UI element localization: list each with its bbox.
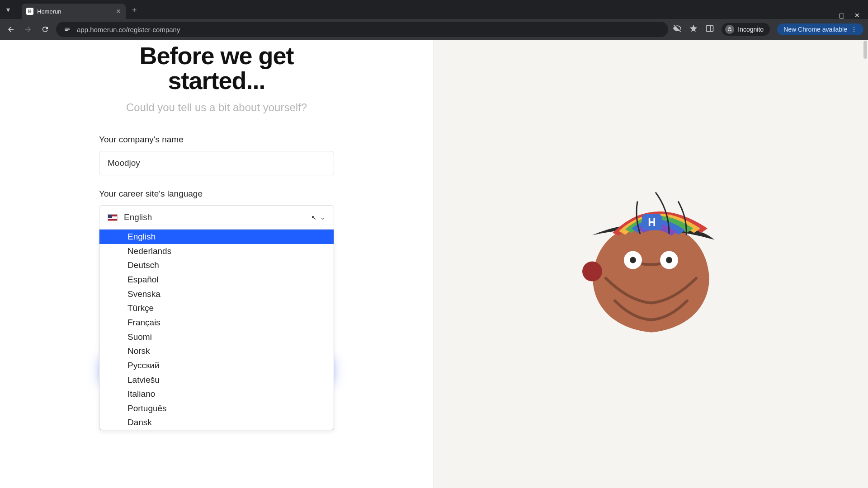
- language-option[interactable]: Suomi: [99, 330, 334, 344]
- tab-title: Homerun: [37, 8, 61, 15]
- back-button[interactable]: [5, 23, 17, 36]
- svg-point-6: [582, 262, 602, 282]
- reload-button[interactable]: [39, 23, 52, 36]
- tab-search-button[interactable]: ▾: [4, 0, 22, 19]
- language-option[interactable]: Türkçe: [99, 301, 334, 315]
- language-option[interactable]: English: [99, 230, 334, 244]
- company-name-input[interactable]: [99, 151, 334, 175]
- language-option[interactable]: Deutsch: [99, 258, 334, 272]
- new-tab-button[interactable]: ＋: [126, 4, 143, 15]
- close-window-icon[interactable]: ✕: [854, 12, 860, 19]
- panel-icon[interactable]: [705, 24, 714, 35]
- incognito-indicator[interactable]: Incognito: [722, 23, 770, 36]
- company-name-label: Your company's name: [99, 135, 334, 145]
- incognito-label: Incognito: [738, 26, 764, 33]
- page-heading: Before we get started...: [99, 43, 334, 93]
- url-text: app.homerun.co/register-company: [77, 26, 180, 33]
- chevron-down-icon: ⌄: [320, 214, 326, 221]
- update-label: New Chrome available: [783, 26, 847, 33]
- window-controls: ― ▢ ✕: [822, 12, 864, 19]
- kebab-menu-icon: ⋮: [851, 26, 857, 33]
- svg-point-3: [630, 257, 636, 263]
- language-option[interactable]: Latviešu: [99, 373, 334, 387]
- svg-point-5: [666, 257, 672, 263]
- tab-favicon-icon: H: [26, 8, 33, 15]
- language-option[interactable]: Dansk: [99, 415, 334, 430]
- arrow-left-icon: [7, 25, 15, 33]
- illustration-pane: H: [434, 40, 868, 488]
- language-option[interactable]: Español: [99, 272, 334, 287]
- language-select[interactable]: English ↖ ⌄: [99, 205, 334, 230]
- maximize-icon[interactable]: ▢: [839, 12, 844, 19]
- page-viewport: Before we get started... Could you tell …: [0, 40, 868, 488]
- cursor-icon: ↖: [311, 214, 316, 221]
- forward-button[interactable]: [22, 23, 34, 36]
- minimize-icon[interactable]: ―: [822, 12, 829, 19]
- language-option[interactable]: Nederlands: [99, 244, 334, 258]
- svg-rect-0: [707, 25, 713, 31]
- flag-us-icon: [108, 214, 118, 221]
- star-icon[interactable]: [689, 24, 698, 35]
- chevron-down-icon: ▾: [4, 5, 10, 14]
- hat-letter: H: [648, 216, 656, 228]
- page-subheading: Could you tell us a bit about yourself?: [99, 101, 334, 114]
- browser-tab-active[interactable]: H Homerun ✕: [22, 4, 126, 19]
- incognito-icon: [725, 25, 734, 34]
- arrow-right-icon: [24, 25, 32, 33]
- update-chrome-button[interactable]: New Chrome available ⋮: [777, 23, 863, 35]
- mascot-illustration: H: [565, 165, 737, 355]
- scrollbar-thumb[interactable]: [863, 41, 867, 59]
- language-option[interactable]: Italiano: [99, 387, 334, 401]
- language-option[interactable]: Svenska: [99, 287, 334, 301]
- form-pane: Before we get started... Could you tell …: [0, 40, 434, 488]
- browser-tab-strip: ▾ H Homerun ✕ ＋ ― ▢ ✕: [0, 0, 868, 19]
- language-option[interactable]: Norsk: [99, 344, 334, 358]
- browser-toolbar: app.homerun.co/register-company Incognit…: [0, 19, 868, 40]
- language-option[interactable]: Português: [99, 401, 334, 416]
- close-tab-icon[interactable]: ✕: [116, 8, 121, 14]
- site-info-icon[interactable]: [62, 24, 72, 34]
- reload-icon: [41, 25, 49, 33]
- eye-off-icon[interactable]: [673, 24, 682, 35]
- address-bar[interactable]: app.homerun.co/register-company: [56, 22, 668, 37]
- language-option[interactable]: Français: [99, 315, 334, 330]
- language-label: Your career site's language: [99, 189, 334, 199]
- language-selected-value: English: [124, 212, 152, 222]
- language-dropdown: EnglishNederlandsDeutschEspañolSvenskaTü…: [99, 230, 334, 430]
- language-option[interactable]: Русский: [99, 358, 334, 373]
